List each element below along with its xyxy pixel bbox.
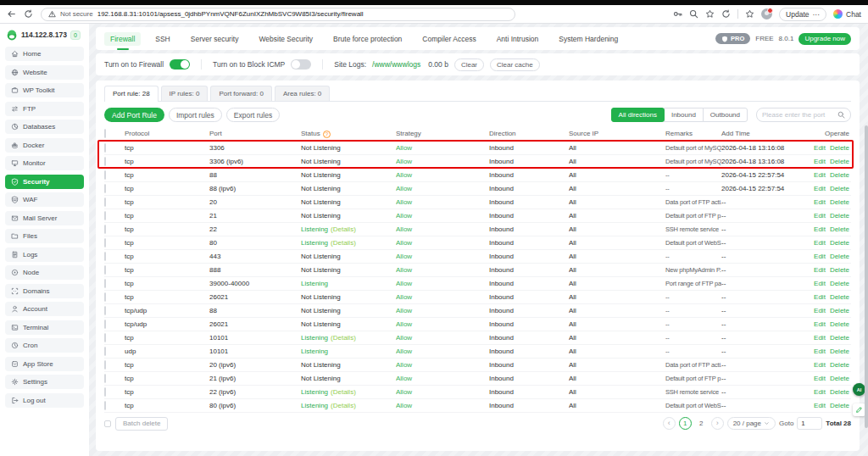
bookmark-star-icon[interactable] [705, 9, 715, 19]
delete-link[interactable]: Delete [830, 185, 849, 192]
row-checkbox[interactable] [104, 401, 106, 410]
edit-link[interactable]: Edit [814, 293, 826, 301]
sidebar-item-node[interactable]: Node [5, 265, 84, 280]
subtab-port-forward[interactable]: Port forward: 0 [210, 86, 271, 101]
sidebar-item-mail-server[interactable]: Mail Server [5, 211, 84, 225]
edit-link[interactable]: Edit [814, 266, 826, 274]
back-icon[interactable] [7, 9, 16, 19]
prev-page-button[interactable]: ‹ [663, 417, 676, 430]
subtab-ip-rules[interactable]: IP rules: 0 [161, 86, 209, 101]
import-rules-button[interactable]: Import rules [169, 108, 222, 122]
sidebar-item-domains[interactable]: Domains [5, 284, 84, 298]
row-checkbox[interactable] [104, 184, 106, 193]
sidebar-item-account[interactable]: Account [5, 302, 84, 316]
direction-inbound[interactable]: Inbound [664, 108, 704, 122]
row-checkbox[interactable] [104, 211, 106, 220]
copilot-chat-button[interactable]: Chat [833, 9, 861, 19]
clear-cache-button[interactable]: Clear cache [490, 58, 540, 71]
sidebar-item-settings[interactable]: Settings [5, 375, 84, 389]
edit-link[interactable]: Edit [814, 361, 826, 369]
edit-link[interactable]: Edit [814, 198, 826, 206]
batch-delete-button[interactable]: Batch delete [115, 417, 168, 431]
site-logs-path-link[interactable]: /www/wwwlogs [372, 60, 420, 69]
row-checkbox[interactable] [104, 170, 106, 180]
delete-link[interactable]: Delete [830, 280, 849, 287]
row-checkbox[interactable] [104, 225, 106, 234]
tab-system-hardening[interactable]: System Hardening [553, 32, 624, 46]
zoom-icon[interactable] [689, 9, 698, 19]
tab-brute-force-protection[interactable]: Brute force protection [327, 32, 408, 46]
edit-link[interactable]: Edit [814, 334, 826, 342]
edit-link[interactable]: Edit [814, 320, 826, 328]
direction-all-directions[interactable]: All directions [611, 108, 665, 122]
sidebar-item-monitor[interactable]: Monitor [5, 156, 84, 170]
delete-link[interactable]: Delete [830, 307, 849, 314]
tab-anti-intrusion[interactable]: Anti Intrusion [491, 32, 545, 46]
page-1[interactable]: 1 [679, 417, 692, 430]
sidebar-item-logs[interactable]: Logs [5, 247, 84, 262]
goto-page-input[interactable] [797, 417, 822, 430]
subtab-port-rule[interactable]: Port rule: 28 [104, 86, 159, 101]
profile-avatar[interactable] [761, 8, 772, 19]
delete-link[interactable]: Delete [830, 198, 849, 206]
page-scrollbar[interactable] [865, 125, 868, 428]
row-checkbox[interactable] [104, 143, 106, 153]
delete-link[interactable]: Delete [830, 375, 849, 382]
page-2[interactable]: 2 [695, 417, 708, 430]
status-details-link[interactable]: (Details) [331, 225, 356, 233]
tab-ssh[interactable]: SSH [149, 32, 175, 46]
delete-link[interactable]: Delete [830, 320, 849, 328]
footer-select-all-checkbox[interactable] [104, 420, 111, 427]
delete-link[interactable]: Delete [830, 239, 849, 247]
sidebar-item-security[interactable]: Security [5, 175, 84, 189]
next-page-button[interactable]: › [711, 417, 724, 430]
message-count-badge[interactable]: 0 [70, 31, 81, 40]
sidebar-item-home[interactable]: Home [5, 47, 84, 61]
status-details-link[interactable]: (Details) [331, 388, 356, 396]
password-key-icon[interactable] [673, 9, 682, 19]
sidebar-item-website[interactable]: Website [5, 65, 84, 80]
status-help-icon[interactable]: ? [323, 131, 331, 138]
delete-link[interactable]: Delete [830, 266, 849, 274]
sidebar-item-wp-toolkit[interactable]: WP Toolkit [5, 83, 84, 97]
sidebar-item-cron[interactable]: Cron [5, 338, 84, 353]
reload-icon[interactable] [24, 9, 33, 19]
row-checkbox[interactable] [104, 306, 106, 315]
sidebar-item-docker[interactable]: Docker [5, 138, 84, 153]
feedback-edit-button[interactable] [853, 403, 865, 416]
subtab-area-rules[interactable]: Area rules: 0 [275, 86, 330, 101]
edit-link[interactable]: Edit [814, 171, 826, 179]
row-checkbox[interactable] [104, 347, 106, 356]
direction-outbound[interactable]: Outbound [703, 108, 748, 122]
edit-link[interactable]: Edit [814, 225, 826, 233]
select-all-checkbox[interactable] [104, 129, 106, 138]
delete-link[interactable]: Delete [830, 225, 849, 233]
delete-link[interactable]: Delete [830, 388, 849, 396]
delete-link[interactable]: Delete [830, 402, 849, 409]
edit-link[interactable]: Edit [814, 280, 826, 287]
delete-link[interactable]: Delete [830, 171, 849, 179]
sidebar-item-app-store[interactable]: App Store [5, 357, 84, 371]
pro-badge[interactable]: PRO [715, 33, 750, 44]
per-page-select[interactable]: 20 / page [727, 417, 776, 430]
row-checkbox[interactable] [104, 320, 106, 329]
delete-link[interactable]: Delete [830, 253, 849, 260]
sync-icon[interactable] [721, 9, 731, 19]
edit-link[interactable]: Edit [814, 307, 826, 314]
sidebar-item-databases[interactable]: Databases [5, 120, 84, 134]
sidebar-item-waf[interactable]: WAF [5, 192, 84, 207]
address-bar[interactable]: Not secure 192.168.8.31:10101/apsess_0jd… [41, 8, 515, 21]
edit-link[interactable]: Edit [814, 239, 826, 247]
edit-link[interactable]: Edit [814, 375, 826, 382]
edit-link[interactable]: Edit [814, 388, 826, 396]
row-checkbox[interactable] [104, 292, 106, 302]
row-checkbox[interactable] [104, 360, 106, 370]
icmp-toggle[interactable] [291, 59, 311, 70]
search-icon[interactable] [837, 111, 845, 119]
tab-server-security[interactable]: Server security [185, 32, 245, 46]
delete-link[interactable]: Delete [830, 293, 849, 301]
edit-link[interactable]: Edit [814, 348, 826, 355]
status-details-link[interactable]: (Details) [331, 239, 356, 247]
delete-link[interactable]: Delete [830, 348, 849, 355]
sidebar-item-files[interactable]: Files [5, 229, 84, 243]
